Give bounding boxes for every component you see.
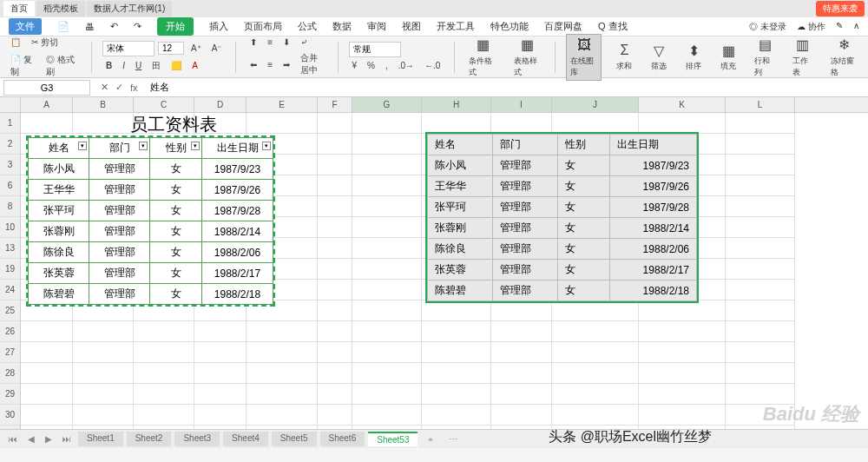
table-cell[interactable]: 女 [558, 260, 610, 280]
table-cell[interactable]: 女 [150, 180, 202, 201]
cell[interactable] [73, 363, 134, 384]
cell[interactable] [73, 321, 134, 342]
cell[interactable] [352, 217, 422, 238]
sheet-menu-icon[interactable]: ⋯ [444, 434, 463, 444]
table-cell[interactable]: 1987/9/26 [610, 176, 697, 197]
table-cell[interactable]: 1988/2/14 [202, 221, 273, 242]
col-header[interactable]: L [726, 97, 795, 112]
col-header[interactable]: D [194, 97, 247, 112]
table-cell[interactable]: 王华华 [428, 176, 493, 197]
cell[interactable] [352, 280, 422, 300]
row-header[interactable]: 13 [0, 238, 21, 259]
cell[interactable] [352, 113, 422, 134]
bold-button[interactable]: B [102, 59, 115, 72]
table-cell[interactable]: 管理部 [89, 242, 150, 263]
cell[interactable] [318, 155, 352, 175]
sheet-tab[interactable]: Sheet53 [368, 432, 418, 446]
cell[interactable] [639, 405, 726, 426]
fill-color-button[interactable]: 🟨 [168, 59, 185, 72]
sum-button[interactable]: Σ求和 [612, 40, 636, 74]
cell[interactable] [352, 155, 422, 175]
cell[interactable] [318, 405, 352, 426]
cell[interactable] [134, 363, 194, 384]
cell[interactable] [21, 384, 73, 405]
align-middle-button[interactable]: ≡ [264, 36, 276, 49]
table-style-button[interactable]: ▦表格样式 [510, 35, 544, 80]
table-cell[interactable]: 女 [150, 159, 202, 180]
cell[interactable] [352, 300, 422, 321]
row-header[interactable]: 19 [0, 259, 21, 280]
cell[interactable] [491, 384, 552, 405]
cell[interactable] [639, 113, 726, 134]
merge-button[interactable]: 合并居中 [297, 50, 327, 78]
cell[interactable] [194, 384, 247, 405]
cell[interactable] [318, 217, 352, 238]
cell[interactable] [318, 196, 352, 217]
file-menu[interactable]: 文件 [9, 18, 42, 35]
cell[interactable] [422, 300, 491, 321]
table-cell[interactable]: 1988/2/06 [202, 242, 273, 263]
cell[interactable] [552, 405, 639, 426]
ribbon-home-tab[interactable]: 开始 [157, 17, 194, 36]
col-header[interactable]: I [491, 97, 552, 112]
qat-print-icon[interactable]: 🖶 [85, 22, 95, 32]
cell[interactable] [726, 259, 795, 280]
table-cell[interactable]: 张蓉刚 [428, 218, 493, 239]
table-cell[interactable]: 女 [558, 280, 610, 301]
filter-icon[interactable]: ▾ [139, 142, 148, 150]
row-header[interactable]: 30 [0, 405, 21, 426]
cell[interactable] [247, 363, 318, 384]
table-cell[interactable]: 女 [150, 263, 202, 284]
table-cell[interactable]: 管理部 [89, 221, 150, 242]
cell[interactable] [318, 300, 352, 321]
cell[interactable] [491, 321, 552, 342]
cell[interactable] [639, 384, 726, 405]
cell[interactable] [352, 384, 422, 405]
cell[interactable] [639, 321, 726, 342]
table-cell[interactable]: 1987/9/26 [202, 180, 273, 201]
filter-icon[interactable]: ▾ [191, 142, 200, 150]
spreadsheet-grid[interactable]: 123681013192425262728293031323334 员工资料表 … [0, 113, 868, 436]
cell[interactable] [726, 155, 795, 175]
name-box[interactable]: G3 [3, 80, 90, 96]
table-cell[interactable]: 陈碧碧 [428, 280, 493, 301]
increase-font-button[interactable]: A⁺ [187, 42, 205, 55]
cell[interactable] [491, 300, 552, 321]
italic-button[interactable]: I [119, 59, 128, 72]
cell[interactable] [21, 342, 73, 363]
table-cell[interactable]: 1988/2/18 [202, 284, 273, 305]
cell[interactable] [491, 342, 552, 363]
row-col-button[interactable]: ▤行和列 [751, 35, 779, 80]
cell[interactable] [318, 363, 352, 384]
table-cell[interactable]: 管理部 [493, 218, 558, 239]
table-cell[interactable]: 王华华 [29, 180, 89, 201]
cell[interactable] [352, 134, 422, 155]
sheet-nav-prev-icon[interactable]: ◀ [24, 434, 38, 444]
sheet-nav-first-icon[interactable]: ⏮ [5, 434, 21, 444]
row-header[interactable]: 2 [0, 134, 21, 155]
col-header[interactable]: E [247, 97, 318, 112]
table-cell[interactable]: 管理部 [89, 263, 150, 284]
cell[interactable] [352, 238, 422, 259]
row-header[interactable]: 29 [0, 384, 21, 405]
col-header[interactable]: K [639, 97, 726, 112]
cell[interactable] [552, 113, 639, 134]
cell[interactable] [318, 238, 352, 259]
cell[interactable] [247, 405, 318, 426]
table-header[interactable]: 性别 [558, 135, 610, 155]
cell[interactable] [318, 342, 352, 363]
cell[interactable] [726, 342, 795, 363]
table-cell[interactable]: 1988/2/18 [610, 280, 697, 301]
table-cell[interactable]: 1988/2/17 [202, 263, 273, 284]
col-header[interactable]: G [352, 97, 422, 112]
table-cell[interactable]: 管理部 [493, 176, 558, 197]
sheet-tab[interactable]: Sheet3 [174, 432, 220, 446]
cell[interactable] [352, 405, 422, 426]
ribbon-tab[interactable]: 公式 [298, 20, 317, 33]
cell[interactable] [639, 363, 726, 384]
table-cell[interactable]: 1987/9/23 [610, 155, 697, 176]
fx-icon[interactable]: fx [130, 82, 138, 93]
promo-badge[interactable]: 特惠来袭 [816, 1, 865, 16]
cell[interactable] [422, 405, 491, 426]
cell[interactable] [318, 280, 352, 300]
